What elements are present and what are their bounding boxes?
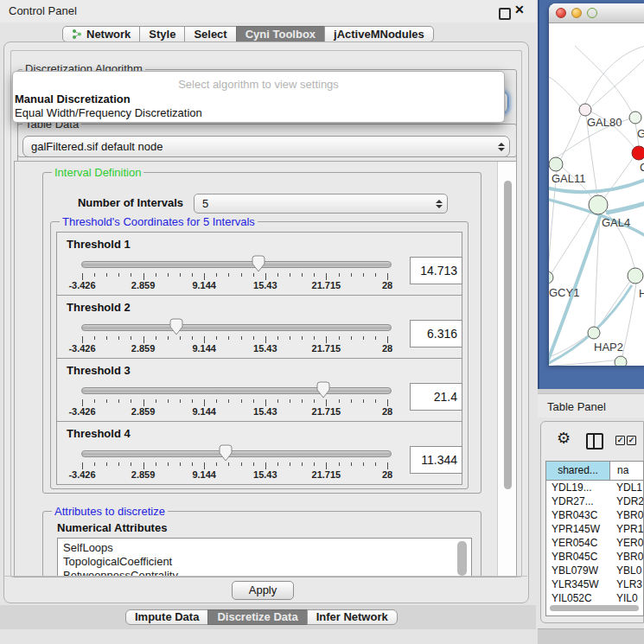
slider-scale-label: 28: [382, 343, 392, 354]
slider-track[interactable]: [81, 324, 392, 331]
slider-tick: [277, 336, 278, 340]
network-window-frame[interactable]: GAL80GACGAL11GAL4GCY1HHAP2: [538, 0, 644, 389]
slider-tick: [375, 273, 376, 277]
slider-tick: [228, 462, 229, 466]
table-row[interactable]: YBL079WYBL0: [546, 564, 643, 577]
network-node[interactable]: [588, 327, 600, 339]
table-row[interactable]: YDL19...YDL1: [546, 481, 643, 494]
slider-tick: [265, 336, 266, 343]
threshold-value-input[interactable]: 11.344: [410, 446, 462, 474]
slider-scale-label: -3.426: [68, 343, 95, 354]
attribute-list-item[interactable]: TopologicalCoefficient: [58, 555, 471, 569]
slider-tick: [143, 462, 144, 469]
slider-thumb[interactable]: [219, 444, 233, 462]
network-node[interactable]: [632, 146, 644, 160]
settings-scroll-viewport: Interval Definition Number of Intervals …: [14, 161, 517, 577]
numerical-attributes-list[interactable]: SelfLoopsTopologicalCoefficientBetweenne…: [57, 538, 472, 577]
cell-name: YBL0: [610, 564, 643, 577]
table-row[interactable]: YLR345WYLR3: [546, 577, 643, 591]
network-node[interactable]: [549, 157, 563, 171]
tab-style[interactable]: Style: [139, 26, 185, 42]
threshold-value-input[interactable]: 21.4: [410, 383, 462, 411]
apply-button[interactable]: Apply: [232, 581, 294, 600]
slider-scale-label: -3.426: [68, 469, 95, 480]
slider-scale-label: 15.43: [253, 469, 277, 480]
network-node[interactable]: [628, 268, 643, 284]
table-row[interactable]: YBR045CYBR0: [546, 550, 643, 564]
cell-shared-name: YER054C: [546, 536, 610, 550]
table-data-value: galFiltered.sif default node: [31, 140, 163, 153]
network-node-label: GCY1: [549, 286, 579, 299]
threshold-value-input[interactable]: 6.316: [410, 320, 462, 348]
dropdown-hint: Select algorithm to view settings: [13, 78, 504, 91]
slider-thumb[interactable]: [252, 255, 265, 272]
columns-icon[interactable]: [586, 433, 603, 450]
table-hscrollbar-thumb[interactable]: [550, 605, 639, 611]
float-window-icon[interactable]: [499, 8, 511, 20]
algorithm-option[interactable]: Manual Discretization: [15, 92, 131, 105]
slider-thumb[interactable]: [169, 318, 183, 335]
bottom-tab-infer-network[interactable]: Infer Network: [307, 609, 398, 625]
slider-tick: [326, 336, 327, 343]
close-icon[interactable]: ✕: [514, 3, 525, 16]
column-header-name[interactable]: na: [610, 462, 643, 480]
checkbox-icon[interactable]: ✓: [615, 436, 625, 445]
slider-tick: [106, 462, 107, 466]
slider-tick: [228, 336, 229, 340]
network-node[interactable]: [579, 104, 591, 116]
network-node[interactable]: [589, 195, 608, 214]
network-node[interactable]: [615, 356, 627, 366]
checkbox-icon[interactable]: ✓: [627, 436, 636, 445]
interval-definition-title: Interval Definition: [52, 166, 143, 179]
minimize-traffic-light-icon[interactable]: [571, 8, 582, 18]
list-scrollbar[interactable]: [457, 541, 467, 576]
slider-thumb[interactable]: [316, 381, 330, 399]
table-row[interactable]: YDR27...YDR2: [546, 494, 643, 508]
table-row[interactable]: YIL052CYIL0: [546, 591, 643, 605]
viewport-scrollbar[interactable]: [497, 162, 517, 577]
viewport-scrollbar-thumb[interactable]: [504, 181, 512, 489]
network-node-label: GAL80: [587, 116, 622, 129]
tab-network[interactable]: Network: [62, 26, 140, 42]
slider-track[interactable]: [81, 450, 392, 457]
slider-tick: [253, 336, 254, 340]
threshold-slider[interactable]: -3.4262.8599.14415.4321.71528: [57, 233, 403, 295]
tab-cyni-toolbox[interactable]: Cyni Toolbox: [236, 26, 325, 42]
number-of-intervals-combobox[interactable]: 5: [194, 194, 448, 214]
table-row[interactable]: YER054CYER0: [546, 536, 643, 550]
slider-track[interactable]: [81, 387, 392, 394]
threshold-slider[interactable]: -3.4262.8599.14415.4321.71528: [57, 359, 403, 421]
table-row[interactable]: YPR145WYPR1: [546, 522, 643, 536]
attribute-list-item[interactable]: SelfLoops: [58, 541, 471, 555]
slider-track[interactable]: [81, 261, 392, 268]
network-canvas[interactable]: GAL80GACGAL11GAL4GCY1HHAP2: [549, 23, 644, 366]
close-traffic-light-icon[interactable]: [556, 8, 566, 18]
network-window-titlebar[interactable]: [549, 3, 644, 23]
bottom-tab-impute-data[interactable]: Impute Data: [125, 609, 208, 625]
slider-tick: [351, 273, 352, 277]
slider-tick: [94, 273, 95, 277]
bottom-tab-discretize-data[interactable]: Discretize Data: [207, 609, 307, 625]
network-node[interactable]: [629, 112, 641, 124]
table-row[interactable]: YBR043CYBR0: [546, 508, 643, 522]
slider-scale-label: -3.426: [68, 406, 95, 417]
slider-tick: [82, 273, 83, 280]
slider-tick: [156, 273, 156, 277]
slider-tick: [131, 273, 131, 277]
algorithm-option[interactable]: Equal Width/Frequency Discretization: [15, 106, 202, 119]
threshold-slider[interactable]: -3.4262.8599.14415.4321.71528: [57, 422, 403, 484]
slider-tick: [290, 462, 290, 466]
interval-definition-group: Interval Definition Number of Intervals …: [42, 172, 481, 494]
gear-icon[interactable]: ⚙: [557, 430, 571, 446]
threshold-value-input[interactable]: 14.713: [410, 257, 462, 284]
column-header-shared-name[interactable]: shared...: [546, 462, 610, 480]
table-data-combobox[interactable]: galFiltered.sif default node: [22, 136, 510, 157]
threshold-slider[interactable]: -3.4262.8599.14415.4321.71528: [57, 296, 403, 358]
network-node[interactable]: [549, 271, 553, 284]
tab-select[interactable]: Select: [184, 26, 236, 42]
slider-tick: [290, 273, 290, 277]
table-rows: YDL19...YDL1YDR27...YDR2YBR043CYBR0YPR14…: [546, 481, 643, 605]
zoom-traffic-light-icon[interactable]: [587, 8, 597, 18]
slider-tick: [156, 336, 156, 340]
tab-jactivemnodules[interactable]: jActiveMNodules: [324, 26, 434, 42]
